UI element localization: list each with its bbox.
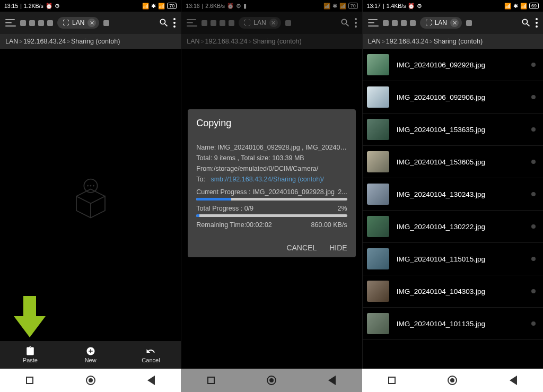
bluetooth-icon: ✱ <box>151 3 156 9</box>
to-path-link[interactable]: smb://192.168.43.24/Sharing (contoh)/ <box>211 176 323 183</box>
plus-circle-icon <box>86 346 95 356</box>
undo-icon <box>146 346 155 356</box>
file-row[interactable]: IMG_20240106_092906.jpg <box>363 81 543 114</box>
new-button[interactable]: New <box>60 341 121 369</box>
toolbar: ⛶ LAN ✕ <box>181 12 362 34</box>
status-time: 13:17 <box>367 3 381 9</box>
file-select-radio[interactable] <box>531 160 536 164</box>
file-row[interactable]: IMG_20240104_153605.jpg <box>363 146 543 178</box>
lan-tab[interactable]: ⛶ LAN ✕ <box>57 17 99 29</box>
file-thumbnail <box>367 119 389 140</box>
breadcrumb[interactable]: LAN> 192.168.43.24> Sharing (contoh) <box>363 34 543 49</box>
paste-button[interactable]: Paste <box>0 341 60 369</box>
gear-icon: ⚙ <box>55 3 60 9</box>
file-row[interactable]: IMG_20240104_101135.jpg <box>363 308 543 340</box>
nav-recent-icon[interactable] <box>207 377 215 384</box>
dialog-cancel-button[interactable]: CANCEL <box>286 243 317 252</box>
search-icon[interactable] <box>159 18 169 28</box>
file-select-radio[interactable] <box>531 127 536 132</box>
menu-icon[interactable] <box>368 19 379 27</box>
close-icon[interactable]: ✕ <box>269 19 278 27</box>
file-select-radio[interactable] <box>531 289 536 293</box>
file-thumbnail <box>367 313 389 334</box>
file-row[interactable]: IMG_20240104_130222.jpg <box>363 211 543 243</box>
total-progress-bar <box>196 214 347 217</box>
gear-icon: ⚙ <box>417 3 422 9</box>
bottom-action-bar: Paste New Cancel <box>0 341 181 369</box>
status-bar: 13:16 | 2.6KB/s ⏰ ⚙ ▮ 📶 ✱ 📶 70 <box>181 0 362 12</box>
file-name: IMG_20240106_092906.jpg <box>397 93 524 101</box>
search-icon[interactable] <box>340 18 351 28</box>
bluetooth-icon: ✱ <box>332 3 337 9</box>
file-thumbnail <box>367 216 389 237</box>
file-list[interactable]: IMG_20240106_092928.jpgIMG_20240106_0929… <box>363 49 543 369</box>
menu-icon[interactable] <box>187 19 197 27</box>
signal-icon: 📶 <box>520 3 527 10</box>
nav-recent-icon[interactable] <box>388 377 396 384</box>
lan-tab[interactable]: ⛶ LAN ✕ <box>420 17 462 29</box>
android-nav-bar <box>0 369 543 392</box>
battery-icon: 70 <box>348 3 358 9</box>
lan-tab-label: LAN <box>72 19 84 27</box>
overflow-icon[interactable] <box>173 18 176 28</box>
file-name: IMG_20240104_101135.jpg <box>397 320 524 328</box>
alarm-icon: ⏰ <box>46 3 52 10</box>
status-speed: 2.6KB/s <box>205 3 225 9</box>
file-select-radio[interactable] <box>531 257 536 261</box>
lan-tab-label: LAN <box>435 19 447 27</box>
nav-back-icon[interactable] <box>147 376 155 385</box>
file-select-radio[interactable] <box>531 63 536 67</box>
lan-icon: ⛶ <box>425 19 432 27</box>
signal-icon: 📶 <box>158 3 165 10</box>
file-select-radio[interactable] <box>531 95 536 99</box>
copying-dialog: Copying Name: IMG_20240106_092928.jpg , … <box>188 109 355 257</box>
file-row[interactable]: IMG_20240104_115015.jpg <box>363 243 543 275</box>
file-row[interactable]: IMG_20240104_130243.jpg <box>363 178 543 211</box>
lan-icon: ⛶ <box>244 19 250 27</box>
breadcrumb[interactable]: LAN> 192.168.43.24> Sharing (contoh) <box>0 34 181 49</box>
overflow-icon[interactable] <box>355 18 357 28</box>
status-speed: 1.2KB/s <box>24 3 43 9</box>
file-select-radio[interactable] <box>531 192 536 196</box>
nav-home-icon[interactable] <box>448 376 457 385</box>
close-icon[interactable]: ✕ <box>87 19 96 27</box>
file-row[interactable]: IMG_20240104_104303.jpg <box>363 275 543 308</box>
file-thumbnail <box>367 151 389 172</box>
close-icon[interactable]: ✕ <box>450 19 459 27</box>
status-time: 13:16 <box>186 3 199 9</box>
file-thumbnail <box>367 86 389 108</box>
file-row[interactable]: IMG_20240106_092928.jpg <box>363 49 543 81</box>
file-select-radio[interactable] <box>531 321 536 326</box>
wifi-icon: 📶 <box>323 3 330 10</box>
alarm-icon: ⏰ <box>227 3 234 10</box>
file-row[interactable]: IMG_20240104_153635.jpg <box>363 114 543 146</box>
paste-icon <box>25 346 35 356</box>
menu-icon[interactable] <box>5 19 16 27</box>
toolbar: ⛶ LAN ✕ <box>363 12 543 34</box>
nav-recent-icon[interactable] <box>26 377 33 384</box>
cancel-button[interactable]: Cancel <box>121 341 181 369</box>
breadcrumb[interactable]: LAN> 192.168.43.24> Sharing (contoh) <box>181 34 362 49</box>
status-bar: 13:15 | 1.2KB/s ⏰ ⚙ 📶 ✱ 📶 70 <box>0 0 181 12</box>
nav-home-icon[interactable] <box>267 376 276 385</box>
nav-back-icon[interactable] <box>510 376 517 385</box>
file-name: IMG_20240104_104303.jpg <box>397 288 524 295</box>
file-indicator-icon: ▮ <box>243 3 247 9</box>
nav-home-icon[interactable] <box>86 376 95 385</box>
tab-strip[interactable] <box>20 20 53 26</box>
svg-point-1 <box>87 185 89 186</box>
gear-icon: ⚙ <box>236 3 241 9</box>
dialog-hide-button[interactable]: HIDE <box>329 243 347 252</box>
nav-back-icon[interactable] <box>328 376 336 385</box>
pane-3: 13:17 | 1.4KB/s ⏰ ⚙ 📶 ✱ 📶 69 ⛶ LAN ✕ LAN… <box>362 0 543 369</box>
search-icon[interactable] <box>521 18 531 28</box>
battery-icon: 70 <box>167 3 177 9</box>
battery-icon: 69 <box>529 3 539 9</box>
overflow-icon[interactable] <box>536 18 538 28</box>
tab-strip[interactable] <box>202 20 234 26</box>
signal-icon: 📶 <box>339 3 346 10</box>
lan-tab[interactable]: ⛶ LAN ✕ <box>239 17 281 29</box>
file-select-radio[interactable] <box>531 224 536 229</box>
file-thumbnail <box>367 281 389 302</box>
tab-strip[interactable] <box>383 20 416 26</box>
